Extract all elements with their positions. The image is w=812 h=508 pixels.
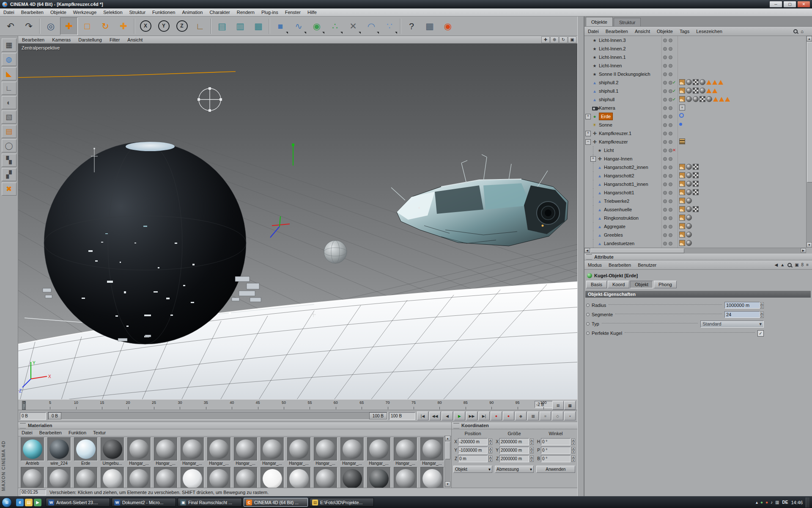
pan-view-icon[interactable]: ✚ bbox=[541, 36, 550, 43]
coord-spinner[interactable]: ▲▼ bbox=[571, 447, 575, 454]
film-tag-icon[interactable] bbox=[679, 138, 685, 144]
object-label[interactable]: shiphull bbox=[599, 95, 614, 104]
panel-grip[interactable] bbox=[586, 254, 592, 260]
render-visibility-dot[interactable] bbox=[669, 166, 672, 169]
sphere-tag-icon[interactable] bbox=[686, 164, 692, 170]
key-scale-icon[interactable]: ≡ bbox=[540, 411, 551, 420]
menu-werkzeuge[interactable]: Werkzeuge bbox=[70, 9, 100, 16]
render-visibility-dot[interactable] bbox=[669, 199, 672, 203]
material-hangar[interactable]: Hangar_... bbox=[126, 436, 152, 466]
editor-visibility-dot[interactable] bbox=[663, 208, 667, 212]
tree-item-kamera[interactable]: Kamera+ bbox=[584, 104, 806, 112]
om-menu-objekte[interactable]: Objekte bbox=[653, 28, 676, 35]
add-primitive-icon[interactable]: ■ bbox=[272, 17, 289, 35]
editor-visibility-dot[interactable] bbox=[663, 174, 667, 178]
checker-tag-icon[interactable] bbox=[693, 79, 699, 85]
nav-up-icon[interactable]: ▲ bbox=[780, 262, 785, 267]
tree-item-greebles[interactable]: ▲Greebles bbox=[584, 231, 806, 239]
menu-struktur[interactable]: Struktur bbox=[126, 9, 149, 16]
render-visibility-dot[interactable] bbox=[669, 47, 672, 51]
object-label[interactable]: Erde bbox=[599, 113, 613, 120]
sphere-tag-icon[interactable] bbox=[686, 96, 692, 102]
add-modeling-icon[interactable]: ✕ bbox=[344, 17, 362, 35]
attr-spinner[interactable]: ▲▼ bbox=[760, 302, 764, 309]
tri-tag-icon[interactable] bbox=[718, 80, 723, 85]
sphere-tag-icon[interactable] bbox=[686, 215, 692, 221]
render-visibility-dot[interactable] bbox=[669, 191, 672, 195]
render-visibility-dot[interactable] bbox=[669, 208, 672, 212]
render-visibility-dot[interactable] bbox=[669, 216, 672, 220]
record-key-icon[interactable]: ● bbox=[503, 411, 514, 420]
object-label[interactable]: Hangarschott2_innen bbox=[604, 163, 648, 171]
render-visibility-dot[interactable] bbox=[669, 174, 672, 178]
phong-tag-icon[interactable] bbox=[679, 96, 685, 102]
viewport-menu-ansicht[interactable]: Ansicht bbox=[123, 36, 146, 43]
render-visibility-dot[interactable] bbox=[669, 149, 672, 152]
scroll-left-icon[interactable]: ◀ bbox=[584, 248, 590, 253]
tree-item-ringkonstruktion[interactable]: ▲Ringkonstruktion bbox=[584, 214, 806, 222]
material-slot-28[interactable] bbox=[312, 466, 339, 491]
material-slot-32[interactable] bbox=[419, 466, 445, 491]
measure-icon[interactable]: ◣ bbox=[2, 67, 16, 80]
keyframe-bar-icon[interactable]: ⊞ bbox=[552, 401, 564, 410]
enable-state-icon[interactable]: ✓ bbox=[672, 95, 676, 104]
tree-item-licht[interactable]: ★Licht✕ bbox=[584, 146, 806, 155]
sphere-tag-icon[interactable] bbox=[686, 189, 692, 195]
object-label[interactable]: Landestuetzen bbox=[604, 239, 634, 248]
render-visibility-dot[interactable] bbox=[669, 242, 672, 246]
goto-start-icon[interactable]: |◀ bbox=[417, 411, 428, 420]
editor-visibility-dot[interactable] bbox=[663, 157, 667, 161]
sphere-tag-icon[interactable] bbox=[686, 206, 692, 212]
om-menu-tags[interactable]: Tags bbox=[676, 28, 693, 35]
panel-splitter[interactable] bbox=[577, 17, 584, 496]
editor-visibility-dot[interactable] bbox=[663, 98, 667, 102]
object-label[interactable]: Greebles bbox=[604, 231, 623, 239]
material-slot-26[interactable] bbox=[259, 466, 285, 491]
checker-tag-icon[interactable] bbox=[693, 88, 699, 94]
material-umgebu[interactable]: Umgebu... bbox=[99, 436, 126, 466]
phong-tag-icon[interactable] bbox=[679, 223, 685, 229]
object-label[interactable]: Kamera bbox=[599, 104, 615, 112]
volume-icon[interactable]: ♪ bbox=[771, 500, 773, 505]
render-visibility-dot[interactable] bbox=[669, 115, 672, 119]
attr-menu-bearbeiten[interactable]: Bearbeiten bbox=[605, 262, 634, 268]
object-label[interactable]: Ringkonstruktion bbox=[604, 214, 639, 222]
coord-value-field[interactable]: 2000000 m bbox=[499, 447, 529, 454]
grid-box-icon[interactable]: ▧ bbox=[2, 110, 16, 124]
material-slot-21[interactable] bbox=[126, 466, 152, 491]
om-menu-datei[interactable]: Datei bbox=[584, 28, 602, 35]
anim-dot-icon[interactable] bbox=[586, 304, 590, 307]
taskbar-button-cinema-4d-64-bit[interactable]: CCINEMA 4D (64 Bit) ... bbox=[244, 498, 308, 507]
timeline-end-field[interactable]: 100 B bbox=[389, 412, 415, 420]
object-label[interactable]: Licht-Innen.2 bbox=[599, 44, 626, 53]
target-tag-icon[interactable]: + bbox=[679, 105, 685, 110]
render-visibility-dot[interactable] bbox=[669, 89, 672, 93]
material-antrieb[interactable]: Antrieb bbox=[19, 436, 46, 466]
tree-item-shiphull-2[interactable]: ▲shiphull.2✓ bbox=[584, 78, 806, 87]
windows-explorer-icon[interactable]: ▤ bbox=[25, 499, 33, 506]
sphere-tag-icon[interactable] bbox=[706, 96, 712, 102]
internet-explorer-icon[interactable]: e bbox=[16, 499, 24, 506]
attr-tab-objekt[interactable]: Objekt bbox=[630, 281, 653, 288]
scroll-right-icon[interactable]: ▶ bbox=[801, 248, 806, 253]
editor-visibility-dot[interactable] bbox=[663, 191, 667, 195]
material-hangar[interactable]: Hangar_... bbox=[365, 436, 392, 466]
object-label[interactable]: Hangarschott1_innen bbox=[604, 180, 648, 188]
lock-z-axis-icon[interactable]: Z bbox=[173, 17, 191, 35]
material-hangar[interactable]: Hangar_... bbox=[259, 436, 285, 466]
coord-value-field[interactable]: -200000 m bbox=[458, 438, 488, 445]
editor-visibility-dot[interactable] bbox=[663, 182, 667, 186]
material-slot-31[interactable] bbox=[392, 466, 419, 491]
panel-grip[interactable] bbox=[20, 423, 26, 428]
tree-item-hangar-innen[interactable]: +✚Hangar-Innen bbox=[584, 155, 806, 163]
lock-icon[interactable]: ▣ bbox=[795, 262, 798, 267]
redo-icon[interactable]: ↷ bbox=[20, 17, 38, 35]
tree-item-hangarschott1[interactable]: ▲Hangarschott1 bbox=[584, 188, 806, 197]
material-slot-27[interactable] bbox=[285, 466, 312, 491]
coord-value-field[interactable]: 0 ° bbox=[541, 455, 571, 462]
object-label[interactable]: shiphull.1 bbox=[599, 87, 618, 95]
tree-item-licht-innen[interactable]: ★Licht-Innen bbox=[584, 61, 806, 70]
lock-x-axis-icon[interactable]: X bbox=[137, 17, 154, 35]
material-slot-22[interactable] bbox=[152, 466, 179, 491]
phong-tag-icon[interactable] bbox=[679, 164, 685, 170]
